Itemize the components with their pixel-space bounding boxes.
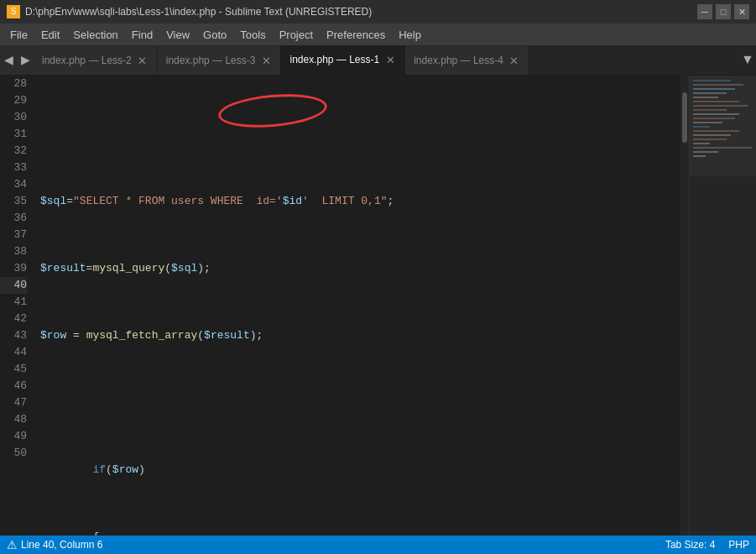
menu-edit[interactable]: Edit — [34, 24, 66, 45]
line-34: 34 — [0, 176, 27, 193]
menu-project[interactable]: Project — [273, 24, 320, 45]
line-29: 29 — [0, 92, 27, 109]
tab-bar: ◀ ▶ index.php — Less-2 ✕ index.php — Les… — [0, 45, 756, 76]
tab-less2-label: index.php — Less-2 — [42, 55, 132, 66]
title-bar: S D:\phpEnv\www\sqli-labs\Less-1\index.p… — [0, 0, 756, 24]
line-46: 46 — [0, 378, 27, 395]
tab-next-button[interactable]: ▶ — [17, 45, 34, 75]
code-line-30: $result=mysql_query($sql); — [40, 260, 689, 277]
code-line-29: $sql="SELECT * FROM users WHERE id='$id'… — [40, 193, 689, 210]
status-tab-size[interactable]: Tab Size: 4 — [665, 539, 715, 551]
line-31: 31 — [0, 126, 27, 143]
line-45: 45 — [0, 361, 27, 378]
menu-file[interactable]: File — [3, 24, 34, 45]
line-28: 28 — [0, 76, 27, 92]
code-content[interactable]: $sql="SELECT * FROM users WHERE id='$id'… — [34, 76, 689, 536]
code-line-34: { — [40, 529, 689, 536]
line-35: 35 — [0, 193, 27, 210]
close-button[interactable]: ✕ — [734, 4, 749, 19]
status-bar: ⚠ Line 40, Column 6 Tab Size: 4 PHP — [0, 536, 756, 554]
tab-less2-close[interactable]: ✕ — [137, 55, 149, 66]
line-33: 33 — [0, 159, 27, 176]
menu-view[interactable]: View — [159, 24, 196, 45]
tab-less1-close[interactable]: ✕ — [384, 54, 396, 65]
line-36: 36 — [0, 210, 27, 227]
line-49: 49 — [0, 428, 27, 445]
code-line-31: $row = mysql_fetch_array($result); — [40, 327, 689, 344]
maximize-button[interactable]: □ — [716, 4, 731, 19]
line-39: 39 — [0, 260, 27, 277]
menu-selection[interactable]: Selection — [66, 24, 124, 45]
line-44: 44 — [0, 344, 27, 361]
tab-less3[interactable]: index.php — Less-3 ✕ — [158, 46, 282, 75]
menu-bar: File Edit Selection Find View Goto Tools… — [0, 24, 756, 45]
editor-area: 28 29 30 31 32 33 34 35 36 37 38 39 40 4… — [0, 76, 756, 536]
window-controls: ─ □ ✕ — [697, 4, 749, 19]
minimap — [689, 76, 756, 536]
app-icon: S — [7, 5, 20, 18]
tab-less4-label: index.php — Less-4 — [414, 55, 503, 66]
tab-less3-close[interactable]: ✕ — [260, 55, 272, 66]
line-42: 42 — [0, 311, 27, 327]
status-position: Line 40, Column 6 — [21, 539, 102, 551]
tab-less4[interactable]: index.php — Less-4 ✕ — [405, 46, 529, 75]
menu-goto[interactable]: Goto — [196, 24, 233, 45]
menu-preferences[interactable]: Preferences — [320, 24, 392, 45]
status-left: ⚠ Line 40, Column 6 — [7, 538, 102, 551]
tab-less1[interactable]: index.php — Less-1 ✕ — [281, 45, 405, 75]
line-37: 37 — [0, 227, 27, 243]
code-area[interactable]: 28 29 30 31 32 33 34 35 36 37 38 39 40 4… — [0, 76, 756, 536]
tab-less4-close[interactable]: ✕ — [508, 55, 520, 66]
minimize-button[interactable]: ─ — [697, 4, 712, 19]
tab-less3-label: index.php — Less-3 — [166, 55, 256, 66]
line-38: 38 — [0, 243, 27, 260]
tab-overflow-button[interactable]: ▼ — [739, 45, 756, 75]
menu-help[interactable]: Help — [392, 24, 428, 45]
tab-prev-button[interactable]: ◀ — [0, 45, 17, 75]
line-30: 30 — [0, 109, 27, 126]
line-50: 50 — [0, 445, 27, 462]
line-numbers: 28 29 30 31 32 33 34 35 36 37 38 39 40 4… — [0, 76, 34, 536]
status-icon: ⚠ — [7, 538, 18, 551]
line-40: 40 — [0, 277, 27, 294]
code-line-28 — [40, 126, 689, 143]
title-text: D:\phpEnv\www\sqli-labs\Less-1\index.php… — [25, 6, 692, 18]
status-right: Tab Size: 4 PHP — [665, 539, 749, 551]
tab-less2[interactable]: index.php — Less-2 ✕ — [34, 46, 158, 75]
line-41: 41 — [0, 294, 27, 311]
line-43: 43 — [0, 327, 27, 344]
line-47: 47 — [0, 395, 27, 411]
status-language[interactable]: PHP — [728, 539, 749, 551]
menu-find[interactable]: Find — [125, 24, 159, 45]
svg-rect-20 — [690, 76, 756, 176]
scrollbar-thumb[interactable] — [682, 92, 687, 143]
line-48: 48 — [0, 411, 27, 428]
tab-less1-label: index.php — Less-1 — [289, 54, 379, 65]
scrollbar-track[interactable] — [680, 76, 689, 536]
line-32: 32 — [0, 143, 27, 159]
code-line-33: if($row) — [40, 462, 689, 478]
menu-tools[interactable]: Tools — [233, 24, 272, 45]
code-line-32 — [40, 395, 689, 411]
